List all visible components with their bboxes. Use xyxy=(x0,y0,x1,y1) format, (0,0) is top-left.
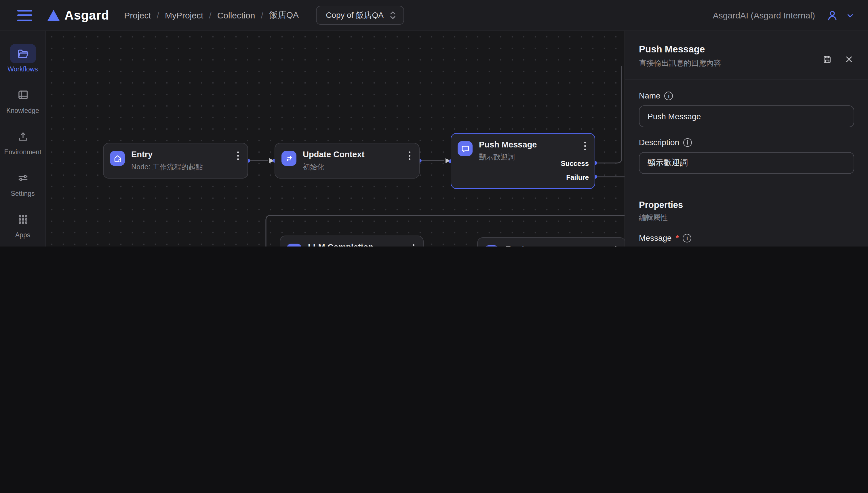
user-icon[interactable] xyxy=(825,8,839,22)
node-subtitle: Node: 工作流程的起點 xyxy=(131,162,203,173)
left-sidebar: WorkflowsKnowledgeEnvironmentSettingsApp… xyxy=(0,31,46,246)
divider xyxy=(625,79,868,80)
info-icon[interactable]: i xyxy=(683,234,692,242)
sidebar-item-knowledge[interactable]: Knowledge xyxy=(2,85,43,114)
chevron-updown-icon xyxy=(390,10,397,20)
node-inspector-panel: Push Message 直接輸出訊息的回應內容 Namei Push Mess… xyxy=(625,31,868,246)
home-plus-icon xyxy=(110,151,125,166)
description-label: Description xyxy=(639,138,679,147)
swap-arrows-icon xyxy=(282,151,296,166)
breadcrumb[interactable]: Project/MyProject/Collection/飯店QA xyxy=(124,10,299,21)
breadcrumb-item[interactable]: Project xyxy=(124,10,151,20)
sidebar-item-label: Knowledge xyxy=(6,107,39,114)
breadcrumb-separator: / xyxy=(209,10,211,20)
breadcrumb-separator: / xyxy=(261,10,263,20)
node-title: LLM Completion xyxy=(308,242,373,246)
sidebar-item-label: Environment xyxy=(4,149,41,155)
info-icon[interactable]: i xyxy=(683,138,692,147)
node-menu-icon[interactable] xyxy=(411,243,416,246)
node-title: Entry xyxy=(131,150,153,159)
chevron-down-icon[interactable] xyxy=(845,10,855,20)
llm-icon xyxy=(287,243,302,246)
save-icon[interactable] xyxy=(822,54,832,65)
description-field[interactable]: 顯示歡迎詞 xyxy=(639,152,854,174)
menu-icon[interactable] xyxy=(17,9,32,21)
sidebar-item-label: Settings xyxy=(10,190,35,197)
required-asterisk: * xyxy=(676,233,679,242)
node-title: Push Message xyxy=(479,140,537,149)
breadcrumb-item[interactable]: 飯店QA xyxy=(269,10,299,21)
workflow-node-llm-completion[interactable]: LLM Completion呼叫大型語言模型並產生結構化的資料輸出以輔助流程的決… xyxy=(280,236,424,246)
port-label[interactable]: Success xyxy=(561,157,589,170)
app-window: Asgard Project/MyProject/Collection/飯店QA… xyxy=(0,0,868,246)
close-icon[interactable] xyxy=(844,54,854,65)
node-title: Router xyxy=(505,244,532,246)
inspector-title: Push Message xyxy=(639,44,854,55)
workflow-node-update-context[interactable]: Update Context初始化 xyxy=(274,143,420,178)
sidebar-item-label: Apps xyxy=(15,232,30,238)
sidebar-item-environment[interactable]: Environment xyxy=(2,127,43,155)
node-menu-icon[interactable] xyxy=(583,141,587,151)
book-icon xyxy=(9,85,36,105)
properties-heading: Properties xyxy=(639,200,854,210)
workflow-node-router[interactable]: Router依據If、Else If、Else條件決定工作流程執行的路徑是客服E… xyxy=(477,237,626,246)
sliders-icon xyxy=(9,168,36,188)
breadcrumb-separator: / xyxy=(157,10,159,20)
node-subtitle: 初始化 xyxy=(303,162,324,173)
workflow-version-label: Copy of 飯店QA xyxy=(326,10,384,20)
grid-dots-icon xyxy=(9,210,36,229)
node-ports: SuccessFailure xyxy=(561,157,589,184)
breadcrumb-item[interactable]: Collection xyxy=(217,10,255,20)
name-label: Name xyxy=(639,91,661,100)
port-label[interactable]: Failure xyxy=(561,170,589,184)
sidebar-item-apps[interactable]: Apps xyxy=(2,210,43,238)
folder-icon xyxy=(9,44,36,63)
swap-arrows-icon xyxy=(484,245,499,246)
node-menu-icon[interactable] xyxy=(614,245,618,246)
account-label: AsgardAI (Asgard Internal) xyxy=(713,10,815,20)
name-field[interactable]: Push Message xyxy=(639,105,854,127)
sidebar-item-settings[interactable]: Settings xyxy=(2,168,43,197)
top-header: Asgard Project/MyProject/Collection/飯店QA… xyxy=(0,0,868,31)
sidebar-item-label: Workflows xyxy=(7,66,38,72)
sidebar-item-workflows[interactable]: Workflows xyxy=(2,44,43,72)
node-subtitle: 顯示歡迎詞 xyxy=(479,152,515,163)
node-menu-icon[interactable] xyxy=(407,150,411,161)
workflow-node-entry[interactable]: EntryNode: 工作流程的起點 xyxy=(103,143,248,178)
chat-bubble-icon xyxy=(458,141,472,156)
node-title: Update Context xyxy=(303,150,364,159)
properties-subheading: 編輯屬性 xyxy=(639,213,854,223)
message-label: Message xyxy=(639,233,672,242)
node-menu-icon[interactable] xyxy=(236,150,240,161)
info-icon[interactable]: i xyxy=(665,91,673,100)
workflow-version-select[interactable]: Copy of 飯店QA xyxy=(316,6,404,25)
logo-text: Asgard xyxy=(65,8,109,23)
upload-icon xyxy=(9,127,36,146)
asgard-logo-icon xyxy=(47,9,60,21)
workflow-node-push-message-1[interactable]: Push Message顯示歡迎詞SuccessFailure xyxy=(451,133,595,189)
breadcrumb-item[interactable]: MyProject xyxy=(165,10,203,20)
